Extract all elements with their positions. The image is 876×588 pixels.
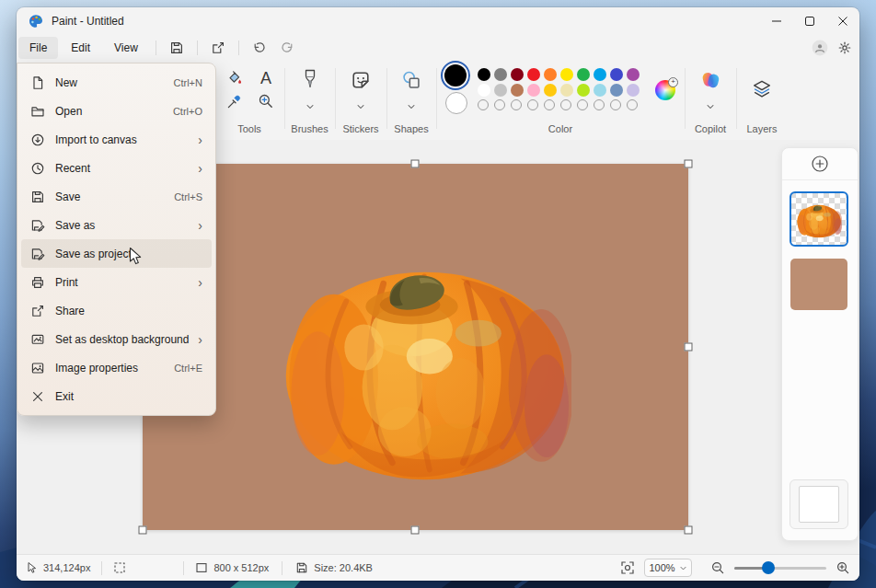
- drawing-canvas[interactable]: [143, 164, 688, 530]
- file-size-icon: [295, 561, 308, 574]
- copilot-dropdown-chevron[interactable]: [699, 99, 721, 114]
- color-swatch[interactable]: [577, 84, 590, 97]
- color-swatch[interactable]: [494, 68, 507, 81]
- magnifier-tool-button[interactable]: [254, 90, 278, 112]
- color-swatch[interactable]: [494, 84, 507, 97]
- shapes-button[interactable]: [393, 64, 430, 96]
- color-swatch[interactable]: [577, 68, 590, 81]
- zoom-level-dropdown[interactable]: 100%: [644, 559, 692, 577]
- share-button[interactable]: [204, 37, 232, 59]
- zoom-in-button[interactable]: [836, 560, 850, 575]
- file-menu-item[interactable]: Image properties Ctrl+E: [21, 353, 212, 382]
- canvas-size-icon: [195, 561, 208, 574]
- menubar-item[interactable]: Edit: [60, 37, 101, 59]
- copilot-button[interactable]: [692, 64, 729, 96]
- color-swatch[interactable]: [627, 68, 640, 81]
- zoom-out-button[interactable]: [710, 560, 725, 575]
- canvas-resize-handle-bottom[interactable]: [411, 526, 420, 535]
- file-menu-item[interactable]: Set as desktop background ›: [21, 325, 212, 353]
- file-menu-item[interactable]: Exit: [21, 382, 212, 410]
- layers-button[interactable]: [743, 74, 780, 105]
- color-swatch[interactable]: [478, 84, 490, 97]
- file-menu-item[interactable]: Recent ›: [21, 154, 212, 182]
- canvas-resize-handle-bottom-left[interactable]: [139, 526, 147, 535]
- custom-color-slot[interactable]: [560, 99, 571, 110]
- text-tool-button[interactable]: A: [254, 67, 278, 89]
- file-menu-item[interactable]: Open Ctrl+O: [21, 97, 212, 125]
- zoom-slider-thumb[interactable]: [762, 561, 775, 574]
- undo-button[interactable]: [246, 37, 273, 59]
- save-button[interactable]: [163, 37, 190, 59]
- color-swatch[interactable]: [560, 68, 573, 81]
- minimize-button[interactable]: [760, 7, 793, 35]
- custom-color-slot[interactable]: [494, 99, 505, 110]
- cursor-icon: [26, 561, 38, 574]
- color-swatch[interactable]: [594, 68, 606, 81]
- stickers-button[interactable]: [342, 64, 379, 96]
- file-menu-item[interactable]: Print ›: [21, 268, 212, 296]
- color-swatch[interactable]: [544, 68, 557, 81]
- custom-color-slot[interactable]: [577, 99, 588, 110]
- file-menu-item[interactable]: Save as project: [21, 239, 212, 268]
- brushes-dropdown-chevron[interactable]: [299, 99, 321, 114]
- redo-button[interactable]: [273, 37, 301, 59]
- settings-gear-icon[interactable]: [837, 40, 852, 55]
- zoom-slider[interactable]: [734, 561, 826, 574]
- custom-color-slot[interactable]: [478, 99, 489, 110]
- edit-colors-button[interactable]: +: [655, 80, 675, 100]
- canvas-resize-handle-top[interactable]: [411, 160, 420, 168]
- canvas-background-thumbnail[interactable]: [790, 479, 848, 529]
- account-icon[interactable]: [812, 40, 828, 56]
- layer-thumbnail-background-color[interactable]: [790, 259, 847, 310]
- custom-color-slot[interactable]: [627, 99, 638, 110]
- menu-item-shortcut: Ctrl+E: [174, 363, 202, 374]
- shapes-dropdown-chevron[interactable]: [400, 99, 422, 114]
- file-menu-item[interactable]: Save Ctrl+S: [21, 182, 212, 211]
- canvas-resize-handle-bottom-right[interactable]: [685, 526, 693, 535]
- canvas-resize-handle-right[interactable]: [685, 343, 693, 352]
- custom-color-slot[interactable]: [610, 99, 621, 110]
- color-swatch[interactable]: [610, 84, 623, 97]
- brushes-button[interactable]: [292, 64, 328, 96]
- custom-color-slot[interactable]: [594, 99, 605, 110]
- primary-color-swatch[interactable]: [444, 64, 467, 86]
- layer-thumbnail-pumpkin[interactable]: [790, 192, 847, 246]
- color-swatch[interactable]: [627, 84, 640, 97]
- chevron-right-icon: ›: [198, 333, 202, 346]
- custom-color-slot[interactable]: [544, 99, 555, 110]
- titlebar: Paint - Untitled: [17, 7, 859, 35]
- file-menu-item[interactable]: Save as ›: [21, 211, 212, 239]
- color-swatch[interactable]: [511, 68, 524, 81]
- fill-tool-button[interactable]: [223, 67, 247, 89]
- file-menu-item[interactable]: Share: [21, 296, 212, 325]
- custom-color-slot[interactable]: [511, 99, 522, 110]
- paint-app-icon: [29, 14, 43, 29]
- layers-panel: [781, 147, 859, 541]
- menu-item-icon: [30, 275, 45, 290]
- color-swatch[interactable]: [511, 84, 524, 97]
- maximize-button[interactable]: [793, 7, 826, 35]
- color-swatch[interactable]: [594, 84, 606, 97]
- color-swatch[interactable]: [478, 68, 490, 81]
- custom-color-slot[interactable]: [527, 99, 538, 110]
- color-picker-tool-button[interactable]: [223, 90, 247, 112]
- close-button[interactable]: [826, 7, 859, 35]
- menubar-item[interactable]: File: [18, 37, 58, 59]
- menubar-item[interactable]: View: [103, 37, 149, 59]
- secondary-color-swatch[interactable]: [445, 92, 467, 114]
- menubar: File Edit View: [17, 35, 859, 61]
- color-swatch[interactable]: [527, 84, 540, 97]
- stickers-dropdown-chevron[interactable]: [350, 99, 372, 114]
- chevron-right-icon: ›: [198, 276, 202, 289]
- add-layer-button[interactable]: [809, 153, 831, 175]
- file-menu-item[interactable]: Import to canvas ›: [21, 125, 212, 154]
- color-swatch[interactable]: [610, 68, 623, 81]
- color-swatch[interactable]: [560, 84, 573, 97]
- menu-item-icon: [30, 75, 45, 90]
- fit-to-screen-button[interactable]: [620, 560, 635, 575]
- color-swatch[interactable]: [527, 68, 540, 81]
- color-swatch[interactable]: [544, 84, 557, 97]
- file-menu-item[interactable]: New Ctrl+N: [21, 68, 212, 97]
- canvas-resize-handle-top-right[interactable]: [685, 160, 693, 168]
- add-color-icon: +: [668, 77, 678, 87]
